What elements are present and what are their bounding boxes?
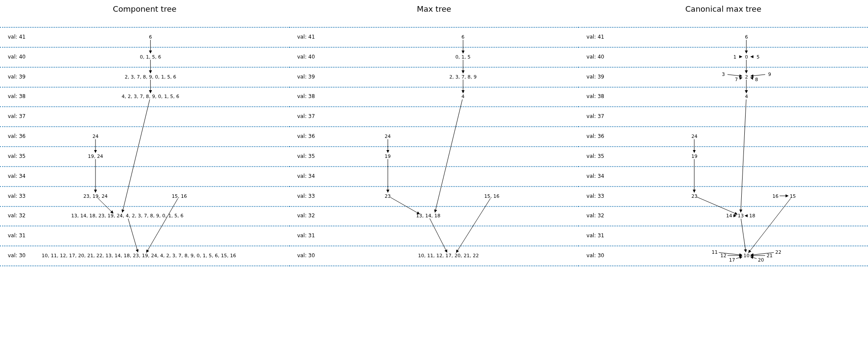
tree-node: 15 [790, 193, 796, 199]
gridline [579, 87, 868, 88]
gridline [579, 106, 868, 107]
panel-0: Component treeval: 41val: 40val: 39val: … [0, 0, 289, 347]
tree-node: 1 [733, 54, 736, 59]
level-label: val: 35 [8, 153, 26, 159]
level-label: val: 33 [8, 193, 26, 199]
level-label: val: 30 [586, 252, 604, 259]
gridline [0, 67, 289, 68]
gridline [579, 246, 868, 246]
level-label: val: 30 [8, 252, 26, 259]
tree-node: 2 [745, 74, 748, 79]
tree-node: 24 [385, 134, 391, 139]
gridline [0, 186, 289, 187]
gridline [289, 246, 579, 246]
gridline [289, 166, 579, 167]
tree-node: 4, 2, 3, 7, 8, 9, 0, 1, 5, 6 [122, 94, 179, 99]
tree-node: 23, 19, 24 [83, 193, 108, 199]
edge [741, 99, 746, 212]
gridline [289, 146, 579, 147]
tree-node: 2, 3, 7, 8, 9, 0, 1, 5, 6 [125, 74, 176, 79]
tree-node: 6 [745, 34, 748, 39]
gridline [289, 126, 579, 127]
level-label: val: 37 [297, 113, 315, 119]
tree-node: 13 [738, 213, 744, 219]
tree-node: 0, 1, 5, 6 [140, 54, 161, 59]
level-label: val: 37 [586, 113, 604, 119]
panel-title: Canonical max tree [579, 4, 868, 13]
level-label: val: 38 [586, 93, 604, 99]
level-label: val: 40 [8, 54, 26, 60]
level-label: val: 40 [586, 54, 604, 60]
tree-node: 0, 1, 5 [455, 54, 470, 59]
tree-node: 23 [385, 193, 391, 199]
tree-node: 10, 11, 12, 17, 20, 21, 22, 13, 14, 18, … [42, 253, 236, 259]
tree-node: 11 [712, 249, 718, 255]
gridline [579, 47, 868, 48]
tree-node: 12 [720, 253, 727, 259]
level-label: val: 36 [586, 133, 604, 139]
gridline [289, 106, 579, 107]
tree-node: 21 [766, 253, 773, 259]
gridline [289, 27, 579, 28]
gridline [289, 186, 579, 187]
tree-node: 24 [691, 134, 697, 139]
tree-node: 4 [745, 94, 748, 99]
level-label: val: 30 [297, 252, 315, 259]
gridline [0, 146, 289, 147]
edge [122, 99, 150, 212]
level-label: val: 35 [586, 153, 604, 159]
edge [430, 219, 447, 252]
tree-node: 13, 14, 18 [416, 213, 441, 219]
tree-node: 0 [745, 54, 748, 59]
level-label: val: 38 [297, 93, 315, 99]
gridline [0, 226, 289, 226]
level-label: val: 31 [8, 232, 26, 239]
level-label: val: 39 [586, 74, 604, 80]
level-label: val: 35 [297, 153, 315, 159]
edge [751, 75, 765, 76]
gridline [579, 226, 868, 226]
level-label: val: 40 [297, 54, 315, 60]
tree-node: 19, 24 [88, 153, 103, 159]
level-label: val: 41 [586, 34, 604, 40]
gridline [579, 27, 868, 28]
tree-node: 14 [726, 213, 732, 219]
diagram-canvas: Component treeval: 41val: 40val: 39val: … [0, 0, 868, 347]
level-label: val: 34 [8, 173, 26, 179]
edge [740, 78, 742, 78]
gridline [579, 126, 868, 127]
gridline [289, 206, 579, 207]
tree-node: 19 [691, 153, 697, 159]
tree-node: 6 [461, 34, 464, 39]
gridline [579, 265, 868, 266]
gridline [0, 47, 289, 48]
level-label: val: 34 [586, 173, 604, 179]
level-label: val: 41 [297, 34, 315, 40]
level-label: val: 36 [8, 133, 26, 139]
tree-node: 23 [691, 193, 697, 199]
gridline [579, 186, 868, 187]
edge [751, 78, 753, 78]
edge [435, 99, 462, 212]
gridline [0, 126, 289, 127]
edge [128, 219, 138, 252]
gridline [289, 87, 579, 88]
level-label: val: 34 [297, 173, 315, 179]
tree-node: 8 [755, 76, 758, 82]
level-label: val: 38 [8, 93, 26, 99]
tree-node: 17 [729, 257, 735, 263]
gridline [0, 265, 289, 266]
level-label: val: 39 [8, 74, 26, 80]
gridline [579, 206, 868, 207]
level-label: val: 37 [8, 113, 26, 119]
gridline [0, 106, 289, 107]
level-label: val: 33 [586, 193, 604, 199]
tree-node: 9 [768, 71, 771, 77]
tree-node: 18 [749, 213, 755, 219]
tree-node: 3 [722, 71, 725, 77]
edges-layer [0, 0, 289, 347]
panel-1: Max treeval: 41val: 40val: 39val: 38val:… [289, 0, 579, 347]
gridline [0, 246, 289, 246]
panel-title: Component tree [0, 4, 289, 13]
tree-node: 5 [756, 54, 760, 59]
